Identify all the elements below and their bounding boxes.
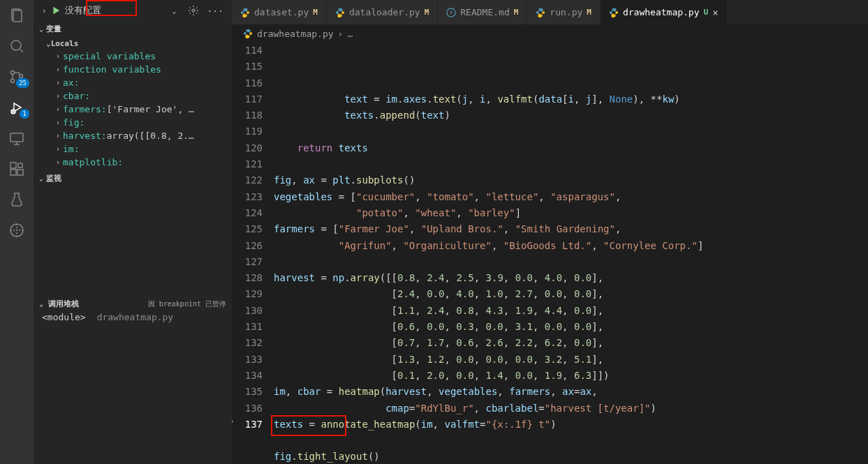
line-number[interactable]: 127: [232, 254, 263, 270]
svg-rect-8: [10, 163, 16, 168]
code-line[interactable]: [1.3, 1.2, 0.0, 0.0, 0.0, 3.2, 5.1],: [274, 352, 868, 368]
locals-header[interactable]: ⌄ Locals: [34, 38, 232, 50]
line-number[interactable]: 122: [232, 172, 263, 188]
code-line[interactable]: [0.1, 2.0, 0.0, 1.4, 0.0, 1.9, 6.3]]): [274, 368, 868, 384]
code-line[interactable]: [274, 156, 868, 172]
code-line[interactable]: "Agrifun", "Organiculture", "BioGoods Lt…: [274, 238, 868, 254]
code-line[interactable]: fig.tight_layout(): [274, 449, 868, 464]
editor-tab[interactable]: dataloader.pyM: [327, 0, 438, 24]
line-number[interactable]: 129: [232, 286, 263, 302]
svg-point-2: [11, 40, 21, 50]
line-number[interactable]: 118: [232, 107, 263, 124]
line-number[interactable]: 137: [232, 417, 263, 433]
line-number[interactable]: 133: [232, 352, 263, 368]
code-line[interactable]: "potato", "wheat", "barley"]: [274, 205, 868, 221]
line-number[interactable]: 125: [232, 221, 263, 237]
code-line[interactable]: [0.6, 0.0, 0.3, 0.0, 3.1, 0.0, 0.0],: [274, 319, 868, 335]
search-icon[interactable]: [7, 36, 27, 56]
modified-indicator: U: [704, 8, 709, 17]
code-line[interactable]: [1.1, 2.4, 0.8, 4.3, 1.9, 4.4, 0.0],: [274, 303, 868, 319]
code-line[interactable]: return texts: [274, 140, 868, 156]
line-number[interactable]: 119: [232, 124, 263, 140]
line-number[interactable]: 116: [232, 75, 263, 91]
variable-row[interactable]: ›fig:: [34, 116, 232, 129]
code-line[interactable]: [2.4, 0.0, 4.0, 1.0, 2.7, 0.0, 0.0],: [274, 286, 868, 302]
start-debug-icon[interactable]: [51, 6, 61, 15]
code-line[interactable]: [274, 124, 868, 140]
code-line[interactable]: fig, ax = plt.subplots(): [274, 172, 868, 188]
code-line[interactable]: im, cbar = heatmap(harvest, vegetables, …: [274, 384, 868, 400]
project-manager-icon[interactable]: [7, 220, 27, 240]
callstack-frame[interactable]: <module> drawheatmap.py: [34, 310, 232, 324]
code-line[interactable]: texts = annotate_heatmap(im, valfmt="{x:…: [274, 417, 868, 433]
breadcrumb-more: …: [347, 29, 353, 39]
run-debug-icon[interactable]: 1: [7, 98, 27, 117]
line-number[interactable]: 120: [232, 140, 263, 156]
chevron-right-icon: ›: [56, 66, 60, 73]
editor-tab[interactable]: dataset.pyM: [232, 0, 327, 24]
line-number[interactable]: 124: [232, 205, 263, 221]
line-number[interactable]: 135: [232, 384, 263, 400]
code-line[interactable]: [274, 433, 868, 449]
variables-header[interactable]: ⌄ 变量: [34, 21, 232, 36]
variable-row[interactable]: ›cbar:: [34, 89, 232, 103]
variable-row[interactable]: ›farmers: ['Farmer Joe', …: [34, 103, 232, 116]
line-number[interactable]: 134: [232, 368, 263, 384]
line-number[interactable]: 121: [232, 156, 263, 172]
chevron-right-icon: ›: [56, 92, 60, 100]
modified-indicator: M: [425, 8, 429, 17]
variable-row[interactable]: ›im:: [34, 142, 232, 156]
code-content[interactable]: text = im.axes.text(j, i, valfmt(data[i,…: [274, 43, 868, 464]
line-number[interactable]: 114: [232, 43, 263, 59]
watch-header[interactable]: ⌄ 监视: [34, 170, 232, 186]
chevron-right-icon: ›: [56, 105, 60, 113]
line-number[interactable]: 128: [232, 270, 263, 286]
callstack-header[interactable]: ⌄ 调用堆栈 因 breakpoint 已暂停: [34, 297, 232, 310]
variable-row[interactable]: ›ax:: [34, 76, 232, 89]
chevron-right-icon: ›: [42, 6, 47, 15]
code-line[interactable]: texts.append(text): [274, 107, 868, 124]
editor-tab[interactable]: README.mdM: [438, 0, 527, 24]
editor-tab[interactable]: drawheatmap.pyU×: [601, 0, 728, 24]
code-line[interactable]: [274, 254, 868, 270]
gear-icon[interactable]: [188, 5, 199, 16]
variable-name: harvest:: [63, 130, 107, 141]
tab-label: dataloader.py: [349, 7, 420, 17]
source-control-icon[interactable]: 25: [7, 67, 27, 87]
chevron-down-icon[interactable]: ⌄: [172, 7, 176, 15]
code-line[interactable]: [0.7, 1.7, 0.6, 2.6, 2.2, 6.2, 0.0],: [274, 335, 868, 351]
code-line[interactable]: farmers = ["Farmer Joe", "Upland Bros.",…: [274, 221, 868, 237]
debug-config-label[interactable]: 没有配置: [65, 4, 101, 17]
line-number[interactable]: 123: [232, 189, 263, 205]
line-number[interactable]: 130: [232, 303, 263, 319]
chevron-down-icon: ⌄: [39, 174, 43, 182]
line-number[interactable]: 117: [232, 91, 263, 107]
variable-row[interactable]: ›special variables: [34, 50, 232, 63]
more-icon[interactable]: ···: [207, 6, 223, 16]
close-icon[interactable]: ×: [712, 7, 718, 18]
debug-toolbar: › 没有配置 ⌄ ···: [34, 0, 232, 21]
variable-row[interactable]: ›matplotlib:: [34, 156, 232, 169]
variable-row[interactable]: ›harvest: array([[0.8, 2.…: [34, 129, 232, 142]
code-editor[interactable]: 1141151161171181191201211221231241251261…: [232, 43, 868, 464]
variable-name: fig:: [63, 117, 84, 128]
locals-label: Locals: [51, 39, 79, 48]
editor-tab[interactable]: run.pyM: [527, 0, 601, 24]
code-line[interactable]: vegetables = ["cucumber", "tomato", "let…: [274, 189, 868, 205]
chevron-right-icon: ›: [56, 158, 60, 166]
variable-row[interactable]: ›function variables: [34, 63, 232, 76]
activity-bar: 25 1: [0, 0, 34, 464]
code-line[interactable]: cmap="RdYlBu_r", cbarlabel="harvest [t/y…: [274, 401, 868, 417]
code-line[interactable]: harvest = np.array([[0.8, 2.4, 2.5, 3.9,…: [274, 270, 868, 286]
line-number[interactable]: 136: [232, 401, 263, 417]
extensions-icon[interactable]: [7, 159, 27, 179]
explorer-icon[interactable]: [7, 6, 27, 25]
code-line[interactable]: text = im.axes.text(j, i, valfmt(data[i,…: [274, 91, 868, 107]
line-number[interactable]: 132: [232, 335, 263, 351]
breadcrumb[interactable]: drawheatmap.py › …: [232, 24, 868, 43]
line-number[interactable]: 131: [232, 319, 263, 335]
line-number[interactable]: 115: [232, 59, 263, 75]
line-number[interactable]: 126: [232, 238, 263, 254]
testing-icon[interactable]: [7, 190, 27, 209]
remote-explorer-icon[interactable]: [7, 128, 27, 148]
